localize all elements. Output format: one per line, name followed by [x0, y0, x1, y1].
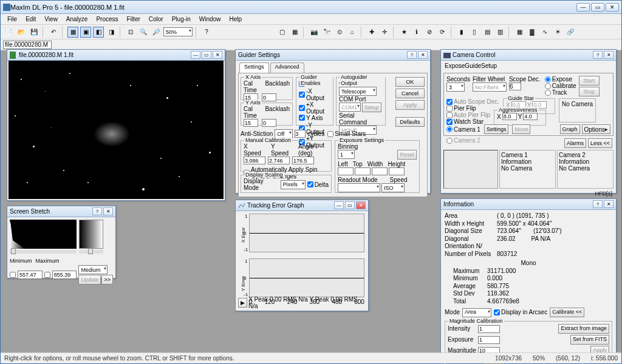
setup-button[interactable]: Setup [362, 103, 381, 112]
tbtn-scope[interactable]: 🔭 [321, 27, 332, 38]
tab-setup[interactable]: Setup [481, 62, 497, 73]
settings-button[interactable]: Settings [484, 124, 509, 134]
max-value[interactable]: 855.39 [52, 271, 77, 279]
speed-combo[interactable]: ISO [381, 183, 405, 192]
chk-pier[interactable] [446, 106, 453, 112]
tbtn-open[interactable]: 📂 [16, 27, 27, 38]
info-help[interactable]: ? [593, 200, 603, 208]
exposure-input[interactable] [478, 336, 500, 344]
minimize-button[interactable]: — [576, 3, 590, 12]
menu-window[interactable]: Window [195, 15, 225, 24]
tab-guide[interactable]: Guide [465, 62, 481, 73]
radio-cam2[interactable] [446, 138, 453, 144]
move-button[interactable]: Move [512, 124, 530, 134]
tbtn-curve[interactable]: ∿ [539, 27, 550, 38]
chk-autopier[interactable] [446, 112, 453, 118]
tbtn-mode4[interactable]: ◨ [106, 27, 117, 38]
image-min[interactable]: — [191, 51, 200, 59]
fw-combo[interactable]: No Filters [473, 83, 507, 92]
intensity-input[interactable] [478, 325, 500, 333]
mode-combo[interactable]: Area [462, 308, 491, 317]
trackg-max[interactable]: ▭ [345, 201, 355, 209]
chk-delta[interactable] [307, 181, 313, 187]
chk-disparc[interactable] [494, 309, 500, 315]
stretch-close[interactable]: ✕ [103, 207, 113, 215]
update-button[interactable]: Update [78, 275, 101, 285]
tbtn-info[interactable]: ℹ [411, 27, 422, 38]
radio-track[interactable] [545, 90, 551, 96]
gradient-preview[interactable] [79, 220, 103, 249]
graph-button[interactable]: Graph [560, 124, 580, 134]
tbtn-cross[interactable]: ✛ [379, 27, 390, 38]
radio-cam1[interactable] [446, 126, 453, 132]
info-close[interactable]: ✕ [604, 200, 613, 208]
extract-button[interactable]: Extract from image [558, 324, 609, 334]
menu-analyze[interactable]: Analyze [62, 15, 92, 24]
camera-close[interactable]: ✕ [604, 51, 613, 59]
xaxis-backlash[interactable] [262, 93, 276, 101]
trackg-min[interactable]: — [334, 201, 344, 209]
anti-cycles[interactable] [295, 130, 306, 138]
menu-filter[interactable]: Filter [123, 15, 145, 24]
min-slider[interactable] [10, 250, 77, 254]
expand-button[interactable]: >> [101, 275, 113, 285]
dispmode-combo[interactable]: Pixels [281, 180, 306, 189]
calibrate-button[interactable]: Calibrate << [550, 308, 584, 317]
binning-combo[interactable]: 1 [338, 150, 355, 159]
range-slider[interactable] [79, 250, 103, 254]
chk-watch[interactable] [446, 119, 453, 125]
exp-top[interactable] [355, 167, 371, 175]
image-close[interactable]: ✕ [213, 51, 222, 59]
tbtn-chart1[interactable]: ▮ [456, 27, 467, 38]
exp-left[interactable] [338, 167, 354, 175]
chk-pxout[interactable] [299, 105, 305, 111]
camera-help[interactable]: ? [593, 51, 603, 59]
chk-yaxis[interactable] [299, 115, 305, 121]
play-button[interactable]: ▶ [238, 298, 247, 308]
yaxis-caltime[interactable] [244, 119, 258, 127]
tbtn-mode1[interactable]: ▦ [67, 27, 78, 38]
chk-smallstars[interactable] [327, 131, 333, 137]
ay-input[interactable] [523, 113, 538, 120]
menu-process[interactable]: Process [92, 15, 122, 24]
alarms-button[interactable]: Alarms [564, 138, 586, 148]
tbtn-chart4[interactable]: ▥ [494, 27, 505, 38]
tbtn-chart2[interactable]: ▯ [469, 27, 480, 38]
tbtn-save[interactable]: 💾 [29, 27, 39, 38]
tbtn-wand[interactable]: ★ [398, 27, 409, 38]
scope-input[interactable] [509, 83, 521, 90]
tbtn-focus[interactable]: ⊙ [334, 27, 345, 38]
min-lock[interactable] [10, 272, 16, 278]
histogram[interactable] [10, 220, 77, 249]
tbtn-refresh[interactable]: ⟳ [437, 27, 448, 38]
tbtn-zoom-in[interactable]: 🔍 [138, 27, 149, 38]
tbtn-dome[interactable]: ⌂ [347, 27, 358, 38]
stretch-help[interactable]: ? [92, 207, 102, 215]
max-lock[interactable] [44, 272, 50, 278]
exp-width[interactable] [372, 167, 388, 175]
menu-file[interactable]: File [3, 15, 21, 24]
zoom-combo[interactable]: 50% [163, 27, 193, 36]
filebar-input[interactable] [3, 41, 52, 49]
tbtn-chart3[interactable]: ▤ [482, 27, 493, 38]
chk-mxout[interactable] [299, 92, 305, 98]
menu-help[interactable]: Help [225, 15, 246, 24]
menu-plugin[interactable]: Plug-in [168, 15, 195, 24]
guider-close[interactable]: ✕ [418, 51, 428, 59]
tbtn-no[interactable]: ⊘ [424, 27, 435, 38]
chk-autoscope[interactable] [446, 99, 453, 105]
reset-button[interactable]: Reset [397, 150, 417, 160]
ax-input[interactable] [502, 113, 517, 120]
tbtn-mode2[interactable]: ▣ [80, 27, 91, 38]
apply-button[interactable]: Apply [395, 100, 425, 110]
angle[interactable] [292, 157, 314, 164]
tbtn-grid[interactable]: ▦ [514, 27, 525, 38]
radio-calibrate[interactable] [545, 83, 551, 89]
yspeed[interactable] [268, 157, 290, 164]
stop-button[interactable]: Stop [579, 87, 600, 96]
exp-height[interactable] [389, 167, 405, 175]
guider-help[interactable]: ? [407, 51, 417, 59]
trackg-close[interactable]: ✕ [356, 201, 366, 209]
less-button[interactable]: Less << [588, 138, 612, 148]
image-canvas[interactable] [9, 61, 224, 199]
